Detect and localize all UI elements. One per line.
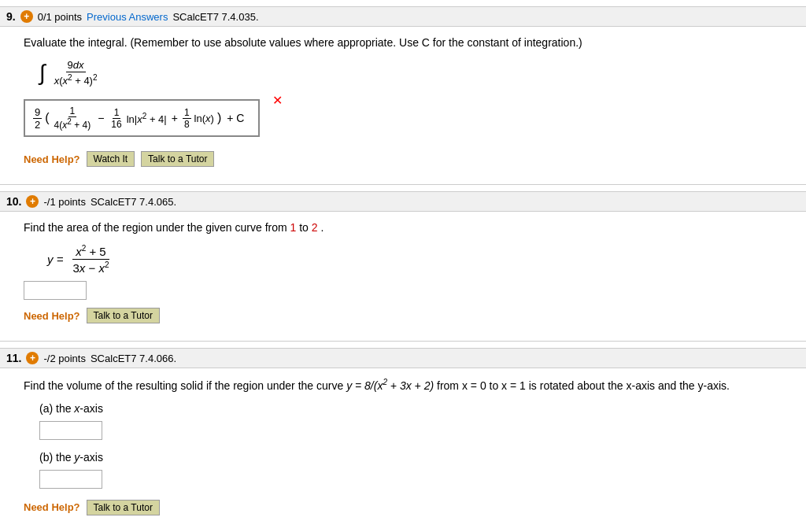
ln-x-term: ln(x) bbox=[194, 113, 214, 124]
q10-points: -/1 points bbox=[43, 196, 85, 208]
q11-curve-expr: y = 8/(x2 + 3x + 2) bbox=[346, 379, 437, 392]
q10-need-help: Need Help? bbox=[24, 310, 80, 322]
q10-number: 10. bbox=[6, 195, 21, 208]
integral-sign-icon: ∫ bbox=[39, 62, 46, 84]
q9-question-text: Evaluate the integral. (Remember to use … bbox=[24, 35, 790, 51]
q11-points: -/2 points bbox=[43, 353, 85, 364]
q9-integrand-fraction: 9dx x(x2 + 4)2 bbox=[53, 59, 99, 87]
q11-part-b-input[interactable] bbox=[39, 470, 102, 489]
q9-book-ref: SCalcET7 7.4.035. bbox=[172, 11, 258, 23]
open-paren-big: ( bbox=[45, 111, 49, 125]
q9-answer-math: 9 2 ( 1 4(x2 + 4) − 1 16 bbox=[33, 105, 250, 131]
q10-talk-to-tutor-button[interactable]: Talk to a Tutor bbox=[87, 308, 160, 323]
q10-from-num: 1 bbox=[290, 221, 297, 234]
q10-to-num: 2 bbox=[312, 221, 318, 234]
q9-watch-it-button[interactable]: Watch It bbox=[87, 151, 135, 167]
coeff-9-2: 9 2 bbox=[33, 106, 42, 131]
q11-help-row: Need Help? Talk to a Tutor bbox=[24, 500, 790, 515]
q11-text-after: from x = 0 to x = 1 is rotated about the… bbox=[437, 379, 730, 392]
q10-curve-display: y = x2 + 5 3x − x2 bbox=[47, 244, 790, 275]
q10-text-before: Find the area of the region under the gi… bbox=[24, 221, 287, 234]
inner-frac-1: 1 4(x2 + 4) bbox=[53, 105, 93, 131]
q9-number: 9. bbox=[6, 10, 16, 23]
q9-integral-expr: ∫ 9dx x(x2 + 4)2 bbox=[39, 59, 102, 87]
question-9-block: 9. + 0/1 points Previous Answers SCalcET… bbox=[0, 0, 806, 185]
q10-to-word: to bbox=[299, 221, 312, 234]
q9-body: Evaluate the integral. (Remember to use … bbox=[0, 27, 806, 175]
q11-text-before: Find the volume of the resulting solid i… bbox=[24, 379, 343, 392]
q9-integral: ∫ 9dx x(x2 + 4)2 bbox=[39, 59, 790, 87]
question-11-block: 11. + -/2 points SCalcET7 7.4.066. Find … bbox=[0, 342, 806, 532]
page-container: 9. + 0/1 points Previous Answers SCalcET… bbox=[0, 0, 806, 532]
q10-body: Find the area of the region under the gi… bbox=[0, 212, 806, 331]
question-9-header: 9. + 0/1 points Previous Answers SCalcET… bbox=[0, 6, 806, 27]
q11-part-a-input[interactable] bbox=[39, 421, 102, 440]
q10-curve-fraction: x2 + 5 3x − x2 bbox=[69, 244, 112, 275]
q10-help-row: Need Help? Talk to a Tutor bbox=[24, 308, 790, 323]
minus-sign: − bbox=[98, 112, 104, 124]
q10-period: . bbox=[320, 221, 324, 234]
question-10-header: 10. + -/1 points SCalcET7 7.4.065. bbox=[0, 191, 806, 212]
q9-wrong-indicator: ✕ bbox=[272, 93, 283, 108]
q9-numerator: 9dx bbox=[66, 59, 86, 72]
inner-frac-3: 1 8 bbox=[183, 107, 191, 130]
q11-part-a-label: (a) the x-axis bbox=[39, 402, 790, 415]
q11-book-ref: SCalcET7 7.4.066. bbox=[91, 353, 176, 364]
q9-denominator: x(x2 + 4)2 bbox=[53, 72, 99, 87]
inner-frac-2: 1 16 bbox=[109, 107, 123, 130]
q9-help-row: Need Help? Watch It Talk to a Tutor bbox=[24, 151, 790, 167]
q9-plus-circle[interactable]: + bbox=[20, 10, 33, 23]
q11-body: Find the volume of the resulting solid i… bbox=[0, 368, 806, 523]
q10-answer-input[interactable] bbox=[24, 281, 87, 300]
q11-talk-to-tutor-button[interactable]: Talk to a Tutor bbox=[87, 500, 160, 515]
q11-question-text: Find the volume of the resulting solid i… bbox=[24, 376, 790, 394]
plus-sign-2: + bbox=[172, 112, 178, 124]
q10-curve-prefix: y = bbox=[47, 253, 63, 266]
q9-answer-box: 9 2 ( 1 4(x2 + 4) − 1 16 bbox=[24, 99, 260, 137]
q11-plus-circle[interactable]: + bbox=[26, 352, 39, 364]
question-10-block: 10. + -/1 points SCalcET7 7.4.065. Find … bbox=[0, 185, 806, 342]
q9-need-help: Need Help? bbox=[24, 153, 80, 165]
q11-part-b: (b) the y-axis bbox=[39, 451, 790, 489]
q10-book-ref: SCalcET7 7.4.065. bbox=[91, 196, 176, 208]
q11-part-b-label: (b) the y-axis bbox=[39, 451, 790, 464]
q11-need-help: Need Help? bbox=[24, 501, 80, 513]
close-paren-big: ) bbox=[217, 111, 221, 125]
q9-points: 0/1 points bbox=[38, 11, 82, 23]
q10-question-text: Find the area of the region under the gi… bbox=[24, 220, 790, 236]
q11-number: 11. bbox=[6, 352, 21, 364]
q11-part-a: (a) the x-axis bbox=[39, 402, 790, 440]
plus-c: + C bbox=[227, 112, 244, 124]
q9-talk-to-tutor-button[interactable]: Talk to a Tutor bbox=[141, 151, 214, 167]
ln-abs-term: ln|x2 + 4| bbox=[127, 112, 167, 125]
question-11-header: 11. + -/2 points SCalcET7 7.4.066. bbox=[0, 348, 806, 368]
q10-plus-circle[interactable]: + bbox=[26, 195, 39, 208]
q9-prev-answers-link[interactable]: Previous Answers bbox=[87, 11, 168, 23]
